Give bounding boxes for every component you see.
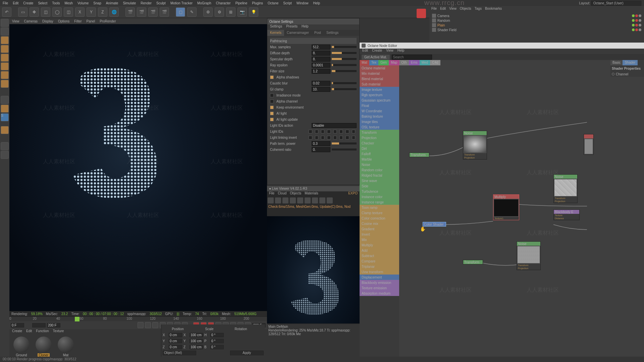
light-id-checkbox[interactable] xyxy=(327,136,330,139)
workplane-icon[interactable]: S xyxy=(1,113,9,121)
lv-lock-icon[interactable] xyxy=(312,197,318,203)
uv-point-icon[interactable] xyxy=(1,71,9,79)
node-list-item[interactable]: Octane material xyxy=(360,65,399,71)
menu-mesh[interactable]: Mesh xyxy=(65,1,73,5)
cat-oth[interactable]: Oth xyxy=(399,60,409,65)
objmenu-bookmarks[interactable]: Bookmarks xyxy=(485,7,502,12)
light-id-checkbox[interactable] xyxy=(339,130,343,133)
model-mode-icon[interactable] xyxy=(1,19,9,27)
generator-icon[interactable]: ⚙ xyxy=(203,7,213,17)
view-menu-view[interactable]: View xyxy=(12,19,19,23)
deformer-icon[interactable]: ⚙ xyxy=(215,7,224,17)
setting-field[interactable] xyxy=(312,69,330,74)
coord-apply-button[interactable]: Apply xyxy=(230,351,264,355)
light-id-checkbox[interactable] xyxy=(315,136,318,139)
node-list-item[interactable]: Side xyxy=(360,183,399,189)
setting-dropdown[interactable]: Disable xyxy=(312,123,357,128)
cat-tex[interactable]: Tex xyxy=(369,60,379,65)
lv-menu-file[interactable]: File xyxy=(269,191,274,197)
node-list-item[interactable]: Image tiles xyxy=(360,119,399,124)
locked-icon[interactable] xyxy=(1,126,9,134)
node-list-item[interactable]: Marble xyxy=(360,157,399,162)
light-id-checkbox[interactable] xyxy=(321,130,324,133)
node-list-item[interactable]: Instance range xyxy=(360,199,399,205)
light-id-checkbox[interactable] xyxy=(352,136,355,139)
lv-menu-cloud[interactable]: Cloud xyxy=(278,191,286,197)
tab-settings[interactable]: Settings xyxy=(324,30,341,36)
render-view-icon[interactable]: 🎬 xyxy=(125,7,135,17)
node-list-item[interactable]: Add xyxy=(360,248,399,253)
lv-stop-icon[interactable] xyxy=(290,197,296,203)
node-list-item[interactable]: Ridged fractal xyxy=(360,173,399,178)
node-list-item[interactable]: OSL texture xyxy=(360,124,399,130)
node-colorshader[interactable]: Color Shader xyxy=(423,222,446,227)
xray-icon[interactable] xyxy=(1,142,9,150)
node-transform-2[interactable]: Transform xyxy=(463,260,483,264)
lv-play-icon[interactable] xyxy=(268,197,274,203)
render-settings-icon[interactable]: 🎬 xyxy=(148,7,158,17)
move-tool-icon[interactable]: ✥ xyxy=(30,7,39,17)
spline-tool-icon[interactable]: ✎ xyxy=(187,7,197,17)
object-tree-item[interactable]: Shader Field xyxy=(432,27,641,32)
select-tool-icon[interactable]: ▭ xyxy=(18,7,28,17)
node-list-item[interactable]: Multiply xyxy=(360,242,399,248)
live-render-image[interactable] xyxy=(267,216,360,323)
setting-field[interactable] xyxy=(312,57,330,62)
node-list-item[interactable]: Instance color xyxy=(360,194,399,199)
view-menu-display[interactable]: Display xyxy=(42,19,53,23)
setting-field[interactable] xyxy=(312,141,330,146)
scale-tool-icon[interactable]: ◫ xyxy=(41,7,50,17)
cat-gen[interactable]: Gen xyxy=(378,60,389,65)
menu-create[interactable]: Create xyxy=(23,1,33,5)
node-list-item[interactable]: Gaussian spectrum xyxy=(360,98,399,103)
menu-character[interactable]: Character xyxy=(216,1,231,5)
lv-menu-objects[interactable]: Objects xyxy=(290,191,301,197)
menu-animate[interactable]: Animate xyxy=(106,1,118,5)
node-list-item[interactable]: Displacement xyxy=(360,275,399,280)
setting-slider[interactable] xyxy=(332,82,357,84)
lv-refresh-icon[interactable] xyxy=(275,197,281,203)
lv-camera-icon[interactable] xyxy=(305,197,311,203)
coord-field[interactable] xyxy=(210,339,224,343)
object-tree-item[interactable]: Camera xyxy=(432,13,641,18)
node-list-item[interactable]: Projection xyxy=(360,135,399,140)
object-tree-item[interactable]: Random xyxy=(432,18,641,23)
view-menu-options[interactable]: Options xyxy=(58,19,69,23)
coord-field[interactable] xyxy=(210,333,224,337)
node-list-item[interactable]: W Coordinate xyxy=(360,108,399,114)
matmenu-function[interactable]: Function xyxy=(36,329,49,335)
node-list-item[interactable]: Turbulence xyxy=(360,189,399,194)
object-tree-item[interactable]: Plain xyxy=(432,23,641,27)
light-id-checkbox[interactable] xyxy=(333,130,337,133)
objmenu-objects[interactable]: Objects xyxy=(460,7,471,12)
node-list-item[interactable]: Checker xyxy=(360,140,399,146)
menu-window[interactable]: Window xyxy=(297,1,309,5)
light-id-checkbox[interactable] xyxy=(309,136,312,139)
menu-file[interactable]: File xyxy=(3,1,8,5)
axis-z-icon[interactable]: Z xyxy=(98,7,107,17)
settings-menu-settings[interactable]: Settings xyxy=(270,24,282,30)
checkbox[interactable] xyxy=(270,75,274,79)
menu-snap[interactable]: Snap xyxy=(93,1,101,5)
ne-menu-create[interactable]: Create xyxy=(372,49,382,54)
undo-icon[interactable]: ↶ xyxy=(2,7,11,17)
light-id-checkbox[interactable] xyxy=(327,130,330,133)
menu-simulate[interactable]: Simulate xyxy=(123,1,136,5)
recent-tool-icon[interactable]: ◫ xyxy=(64,7,73,17)
checkbox[interactable] xyxy=(270,94,274,97)
object-mode-icon[interactable] xyxy=(1,36,9,44)
cat-c4d[interactable]: C4d xyxy=(430,60,440,65)
light-id-checkbox[interactable] xyxy=(339,136,343,139)
node-noise-2[interactable]: Noise Transform Projection xyxy=(553,174,578,203)
cube-primitive-icon[interactable]: ▢ xyxy=(176,7,185,17)
light-id-checkbox[interactable] xyxy=(333,136,337,139)
tab-cameraimager[interactable]: Cameraimager xyxy=(284,30,312,36)
menu-render[interactable]: Render xyxy=(141,1,152,5)
loop-icon[interactable] xyxy=(145,322,151,328)
matmenu-edit[interactable]: Edit xyxy=(26,329,32,335)
view-menu-prorender[interactable]: ProRender xyxy=(100,19,116,23)
menu-plugins[interactable]: Plugins xyxy=(252,1,263,5)
checkbox[interactable] xyxy=(270,106,274,109)
texture-mode-icon[interactable] xyxy=(1,27,9,36)
lv-region-icon[interactable] xyxy=(297,197,303,203)
